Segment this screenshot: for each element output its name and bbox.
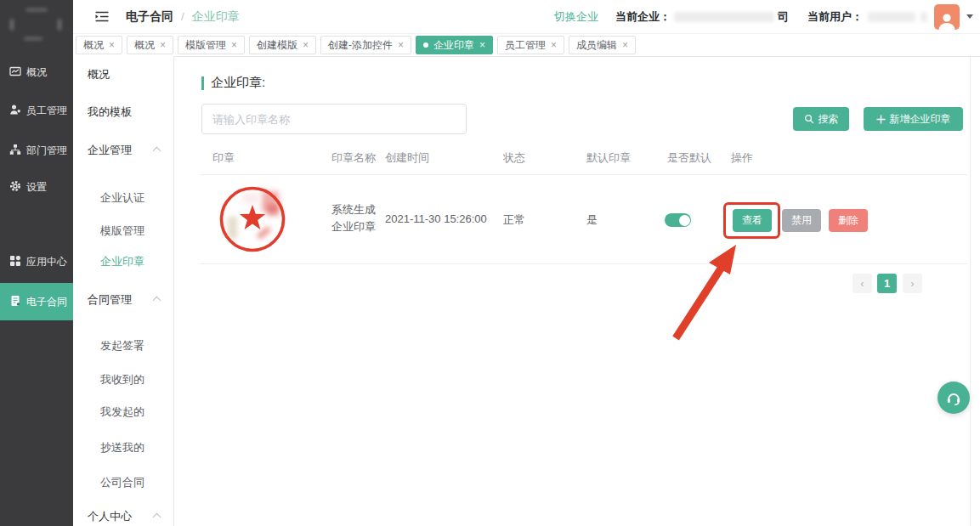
chevron-up-icon[interactable] (153, 297, 161, 305)
app-center-icon (9, 255, 21, 269)
pagination-prev-button[interactable]: ‹ (853, 274, 872, 293)
tab-close-icon[interactable]: × (551, 39, 557, 51)
tab-close-icon[interactable]: × (398, 39, 404, 51)
settings-icon (9, 180, 21, 195)
sidebar-item-label: 概况 (26, 65, 47, 80)
submenu-item-received[interactable]: 我收到的 (100, 371, 144, 388)
submenu-item-personal-center[interactable]: 个人中心 (88, 508, 132, 525)
submenu-item-initiate-sign[interactable]: 发起签署 (100, 337, 144, 354)
tab-member-edit[interactable]: 成员编辑× (569, 36, 636, 54)
tab-create-template[interactable]: 创建模版× (249, 36, 316, 54)
plus-icon (876, 115, 886, 124)
cell-seal-name: 系统生成 企业印章 (331, 201, 376, 235)
search-icon (804, 114, 814, 124)
col-header-default-seal: 默认印章 (586, 150, 631, 166)
primary-sidebar: 概况 员工管理 部门管理 设置 应用中心 电子合同 (0, 0, 73, 526)
cell-default-seal: 是 (586, 212, 598, 228)
company-seal-icon (218, 183, 287, 257)
seal-name-search-input[interactable] (201, 104, 467, 134)
tab-overview-1[interactable]: 概况× (76, 36, 122, 54)
submenu-item-enterprise-auth[interactable]: 企业认证 (100, 189, 144, 206)
section-title: 企业印章: (201, 75, 265, 91)
collapse-menu-icon[interactable] (95, 11, 109, 22)
sidebar-item-settings[interactable]: 设置 (0, 170, 73, 204)
sidebar-item-label: 应用中心 (26, 255, 67, 269)
tab-close-icon[interactable]: × (479, 39, 485, 51)
tab-overview-2[interactable]: 概况× (127, 36, 173, 54)
submenu-item-overview[interactable]: 概况 (88, 66, 110, 83)
tab-close-icon[interactable]: × (109, 39, 115, 51)
tab-close-icon[interactable]: × (160, 39, 166, 51)
sidebar-item-e-contract[interactable]: 电子合同 (0, 283, 73, 320)
col-header-seal: 印章 (212, 150, 235, 166)
add-enterprise-seal-button[interactable]: 新增企业印章 (864, 107, 963, 131)
table-row-divider (200, 263, 967, 264)
col-header-actions: 操作 (731, 150, 753, 166)
secondary-sidebar: 概况 我的模板 企业管理 企业认证 模版管理 企业印章 合同管理 发起签署 我收… (73, 56, 174, 526)
col-header-status: 状态 (503, 150, 525, 166)
current-user-redacted-2 (921, 12, 927, 22)
search-button[interactable]: 搜索 (793, 107, 849, 131)
user-avatar[interactable] (934, 4, 960, 30)
submenu-item-contract-mgmt[interactable]: 合同管理 (88, 291, 132, 308)
overview-icon (9, 65, 21, 80)
tab-enterprise-seal[interactable]: 企业印章× (416, 36, 493, 54)
sidebar-item-app-center[interactable]: 应用中心 (0, 245, 73, 279)
tab-create-add-controls[interactable]: 创建-添加控件× (320, 36, 411, 54)
section-title-bar (201, 76, 204, 90)
app-logo (0, 0, 73, 54)
customer-service-button[interactable] (938, 382, 970, 414)
sidebar-item-label: 部门管理 (26, 144, 67, 158)
current-user-label: 当前用户： (807, 9, 863, 25)
tab-close-icon[interactable]: × (622, 39, 628, 51)
col-header-is-default: 是否默认 (667, 150, 711, 166)
chevron-up-icon[interactable] (153, 513, 161, 522)
disable-button[interactable]: 禁用 (782, 209, 821, 232)
sidebar-item-overview[interactable]: 概况 (0, 55, 73, 89)
sidebar-item-departments[interactable]: 部门管理 (0, 133, 73, 167)
switch-company-link[interactable]: 切换企业 (554, 9, 598, 25)
pagination-page-1[interactable]: 1 (877, 274, 897, 293)
headset-icon (945, 389, 962, 406)
user-menu-caret-icon[interactable] (966, 14, 973, 19)
submenu-item-initiated[interactable]: 我发起的 (100, 404, 144, 421)
current-company-suffix: 司 (778, 9, 789, 25)
sidebar-item-label: 电子合同 (26, 295, 67, 309)
main-content: 企业印章: 搜索 新增企业印章 印章 印章名称 创建时间 状态 默认印章 是否默… (174, 57, 980, 526)
pagination-next-button[interactable]: › (903, 274, 922, 293)
chevron-up-icon[interactable] (153, 147, 161, 156)
current-company-redacted (674, 12, 774, 22)
tab-template-mgmt[interactable]: 模版管理× (178, 36, 245, 54)
current-user-redacted (868, 12, 915, 22)
submenu-item-enterprise-mgmt[interactable]: 企业管理 (88, 142, 132, 159)
col-header-created: 创建时间 (385, 150, 429, 166)
cell-status: 正常 (503, 212, 525, 228)
active-tab-dot-icon (423, 42, 428, 48)
submenu-item-template-mgmt[interactable]: 模版管理 (100, 223, 144, 240)
submenu-item-company-contracts[interactable]: 公司合同 (100, 474, 144, 491)
cell-created-at: 2021-11-30 15:26:00 (385, 212, 487, 225)
employees-icon (9, 104, 21, 118)
breadcrumb-separator: / (181, 10, 184, 23)
tab-employee-mgmt[interactable]: 员工管理× (497, 36, 564, 54)
breadcrumb-app-title: 电子合同 (126, 9, 173, 25)
default-seal-toggle[interactable] (665, 213, 691, 227)
person-icon (937, 11, 957, 30)
breadcrumb-current-page: 企业印章 (192, 9, 240, 25)
current-company-label: 当前企业： (615, 9, 671, 25)
e-contract-icon (9, 295, 21, 309)
table-header-divider (200, 174, 967, 175)
submenu-item-enterprise-seal[interactable]: 企业印章 (100, 253, 144, 270)
col-header-seal-name: 印章名称 (331, 150, 376, 166)
delete-button[interactable]: 删除 (829, 209, 868, 232)
submenu-item-my-templates[interactable]: 我的模板 (88, 104, 132, 121)
tab-bar: 概况× 概况× 模版管理× 创建模版× 创建-添加控件× 企业印章× 员工管理×… (73, 34, 980, 57)
submenu-item-cc-me[interactable]: 抄送我的 (100, 439, 144, 456)
tab-close-icon[interactable]: × (303, 39, 309, 51)
red-annotation-arrow (654, 238, 750, 348)
tab-close-icon[interactable]: × (231, 39, 237, 51)
sidebar-item-employees[interactable]: 员工管理 (0, 93, 73, 127)
view-button[interactable]: 查看 (733, 209, 772, 232)
top-header: 电子合同 / 企业印章 切换企业 当前企业： 司 当前用户： (73, 0, 980, 34)
scrollbar-track[interactable] (970, 57, 971, 526)
